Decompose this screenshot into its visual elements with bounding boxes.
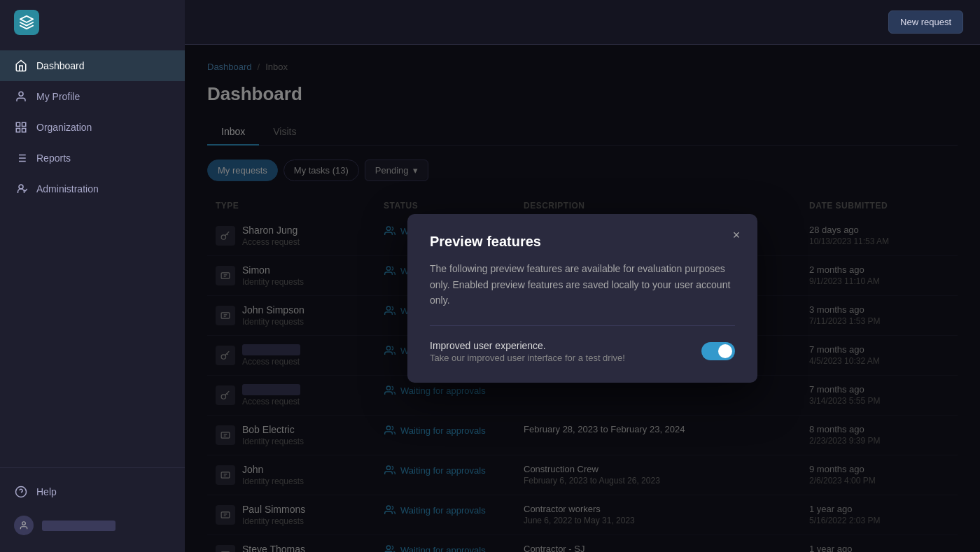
sidebar-item-label-administration: Administration [36, 183, 99, 194]
sidebar-item-label-organization: Organization [36, 122, 92, 133]
sidebar-item-dashboard[interactable]: Dashboard [0, 50, 185, 81]
preview-features-modal: Preview features × The following preview… [407, 214, 757, 382]
feature-text: Improved user experience. Take our impro… [430, 340, 625, 363]
person-icon [14, 90, 28, 104]
toggle-knob [718, 344, 732, 358]
help-icon [14, 485, 28, 499]
svg-rect-4 [22, 129, 26, 132]
sidebar-item-administration[interactable]: Administration [0, 174, 185, 204]
sidebar-item-label-reports: Reports [36, 153, 71, 164]
app-logo-icon[interactable] [14, 10, 39, 35]
sidebar-item-label-help: Help [36, 486, 57, 497]
svg-rect-2 [22, 122, 26, 126]
admin-icon [14, 182, 28, 196]
grid-icon [14, 120, 28, 134]
sidebar-user[interactable]: ███████ ████ [0, 507, 185, 544]
sidebar-item-label-my-profile: My Profile [36, 91, 80, 102]
topbar: New request [185, 0, 980, 45]
sidebar-item-label-dashboard: Dashboard [36, 60, 85, 71]
sidebar-item-organization[interactable]: Organization [0, 112, 185, 143]
sidebar-item-help[interactable]: Help [0, 476, 185, 507]
svg-point-11 [19, 185, 23, 189]
feature-name: Improved user experience. [430, 340, 625, 351]
sidebar: Dashboard My Profile Organization [0, 0, 185, 552]
sidebar-navigation: Dashboard My Profile Organization [0, 45, 185, 467]
modal-close-button[interactable]: × [727, 225, 746, 245]
sidebar-logo [0, 0, 185, 45]
sidebar-bottom: Help ███████ ████ [0, 467, 185, 552]
feature-toggle-improved-ux[interactable] [701, 342, 735, 360]
feature-sub: Take our improved user interface for a t… [430, 353, 625, 363]
modal-overlay: Preview features × The following preview… [185, 45, 980, 552]
sidebar-item-reports[interactable]: Reports [0, 143, 185, 174]
list-icon [14, 151, 28, 165]
svg-rect-3 [16, 129, 20, 132]
svg-point-14 [22, 522, 26, 525]
feature-row-improved-ux: Improved user experience. Take our impro… [430, 340, 735, 363]
content-area: Dashboard / Inbox Dashboard Inbox Visits… [185, 45, 980, 552]
home-icon [14, 59, 28, 73]
modal-divider [430, 325, 735, 326]
main-content: New request Dashboard / Inbox Dashboard … [185, 0, 980, 552]
sidebar-item-my-profile[interactable]: My Profile [0, 81, 185, 112]
new-request-button[interactable]: New request [888, 10, 963, 34]
modal-description: The following preview features are avail… [430, 261, 735, 308]
modal-title: Preview features [430, 234, 735, 250]
avatar [14, 516, 34, 535]
user-name-label: ███████ ████ [42, 521, 115, 531]
svg-rect-1 [16, 122, 20, 126]
svg-point-0 [19, 92, 23, 96]
